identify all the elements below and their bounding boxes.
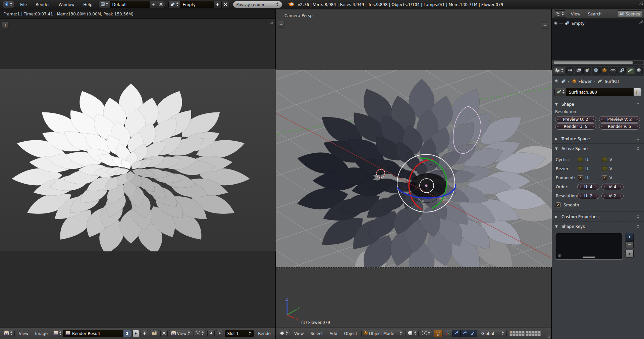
scene-selector[interactable]: Empty — [168, 1, 229, 8]
tab-scene[interactable] — [583, 67, 591, 75]
add-layout-button[interactable] — [149, 1, 157, 8]
editor-type-button-properties[interactable] — [553, 67, 566, 75]
layer-buttons[interactable] — [509, 331, 541, 336]
menu-view-image-editor[interactable]: View — [16, 331, 31, 336]
panel-shape-header[interactable]: ▼Shape — [552, 100, 644, 109]
panel-drag-handle[interactable] — [636, 215, 641, 218]
panel-drag-handle[interactable] — [636, 147, 641, 150]
editor-type-button-info[interactable] — [3, 1, 14, 8]
panel-drag-handle[interactable] — [636, 103, 641, 106]
expand-item-icon[interactable] — [554, 21, 558, 26]
menu-image[interactable]: Image — [32, 331, 50, 336]
resolution-v-field[interactable]: V: 2 — [601, 193, 624, 199]
area-resize-handle[interactable] — [639, 20, 643, 24]
pin-icon[interactable] — [554, 79, 559, 85]
tab-render[interactable] — [566, 67, 574, 75]
manipulator-toggle-button[interactable] — [444, 330, 452, 337]
menu-view-outliner[interactable]: View — [568, 12, 583, 16]
tab-material[interactable] — [635, 67, 643, 75]
rotate-manipulator-button[interactable] — [461, 330, 469, 337]
endpoint-u-checkbox[interactable] — [578, 175, 583, 180]
outliner-item-label[interactable]: Empty — [572, 21, 585, 26]
menu-select[interactable]: Select — [308, 331, 325, 336]
shape-keys-list[interactable]: + — [555, 233, 623, 260]
area-resize-handle[interactable] — [269, 20, 273, 25]
render-v-field[interactable]: Render V: 5 — [599, 123, 640, 130]
area-resize-handle[interactable] — [546, 334, 550, 338]
transform-orientation-select[interactable]: Global — [479, 330, 507, 337]
render-u-field[interactable]: Render U: 5 — [555, 123, 596, 130]
bezier-v-checkbox[interactable] — [602, 166, 607, 171]
add-scene-button[interactable] — [214, 1, 221, 8]
expand-toolshelf-button[interactable]: + — [278, 21, 284, 28]
mode-selector[interactable]: Object Mode — [361, 330, 404, 337]
tab-object[interactable] — [600, 67, 608, 75]
menu-search-outliner[interactable]: Search — [585, 12, 604, 16]
cyclic-v-checkbox[interactable] — [602, 157, 607, 162]
image-datablock-selector[interactable]: Render Result 2 — [52, 330, 131, 337]
shape-key-specials-button[interactable]: ▼ — [626, 250, 634, 258]
editor-type-button-image[interactable] — [2, 330, 15, 337]
resolution-u-field[interactable]: U: 2 — [577, 193, 599, 199]
tab-object-data[interactable] — [626, 67, 634, 75]
order-u-field[interactable]: U: 4 — [577, 184, 599, 190]
slot-number-badge[interactable]: 2 — [123, 330, 131, 337]
pivot-point-dropdown-3d[interactable] — [420, 330, 432, 337]
panel-shape-keys-header[interactable]: ▼Shape Keys — [552, 222, 644, 231]
layer-cell-active[interactable] — [509, 331, 513, 334]
screen-layout-name[interactable]: Default — [110, 1, 149, 8]
preview-u-field[interactable]: Preview U: 2 — [555, 116, 596, 123]
datablock-name-field[interactable]: SurfPatch.880 — [566, 88, 634, 96]
outliner-scrollbar[interactable] — [553, 61, 643, 64]
panel-drag-handle[interactable] — [636, 225, 641, 228]
render-engine-select[interactable]: Povray render — [233, 1, 282, 8]
panel-texture-space-header[interactable]: ▶Texture Space — [552, 134, 644, 143]
tab-world[interactable] — [592, 67, 600, 75]
expand-panel-button[interactable]: + — [2, 21, 9, 28]
menu-view-3d[interactable]: View — [291, 331, 306, 336]
datablock-type-dropdown[interactable] — [555, 88, 566, 96]
expand-properties-region-button[interactable]: + — [542, 22, 548, 29]
proportional-edit-toggle[interactable]: •••↔ — [434, 330, 442, 337]
menu-add[interactable]: Add — [327, 331, 340, 336]
outliner-tree[interactable]: Empty — [552, 19, 644, 60]
panel-active-spline-header[interactable]: ▼Active Spline — [552, 144, 644, 153]
previous-slot-button[interactable] — [207, 330, 215, 337]
list-resize-handle[interactable] — [583, 256, 595, 258]
cyclic-u-checkbox[interactable] — [578, 157, 583, 162]
scene-name[interactable]: Empty — [180, 1, 214, 8]
tab-render-layers[interactable] — [575, 67, 583, 75]
fake-user-toggle[interactable]: F — [634, 88, 641, 96]
editor-type-button-outliner[interactable] — [554, 10, 566, 18]
viewport-shading-dropdown[interactable] — [406, 330, 419, 337]
remove-shape-key-button[interactable]: − — [626, 241, 634, 248]
order-v-field[interactable]: V: 4 — [601, 184, 624, 190]
fake-user-button[interactable]: F — [132, 330, 139, 337]
screen-layout-selector[interactable]: Default — [99, 1, 165, 8]
endpoint-v-checkbox[interactable] — [602, 175, 607, 180]
scrollbar-thumb[interactable] — [553, 61, 633, 64]
tab-constraints[interactable] — [609, 67, 617, 75]
menu-file[interactable]: File — [17, 2, 30, 7]
translate-manipulator-button[interactable] — [452, 330, 461, 337]
editor-type-button-3d[interactable] — [278, 330, 290, 337]
menu-render-truncated[interactable]: Rende — [255, 331, 273, 336]
outliner-item-empty[interactable]: Empty — [552, 19, 644, 28]
add-shape-key-button[interactable]: + — [626, 233, 634, 241]
breadcrumb-data-name[interactable]: SurfPat — [605, 79, 619, 84]
tab-modifiers[interactable] — [618, 67, 626, 75]
slot-selector[interactable]: Slot 1 — [225, 330, 254, 337]
open-image-button[interactable] — [150, 330, 159, 337]
panel-drag-handle[interactable] — [636, 138, 641, 140]
delete-layout-button[interactable] — [157, 1, 165, 8]
pivot-point-dropdown[interactable] — [194, 330, 206, 337]
menu-help[interactable]: Help — [80, 2, 95, 7]
area-resize-handle[interactable] — [639, 1, 643, 5]
new-image-button[interactable] — [141, 330, 148, 337]
scale-manipulator-button[interactable] — [469, 330, 477, 337]
bezier-u-checkbox[interactable] — [578, 166, 583, 171]
preview-v-field[interactable]: Preview V: 2 — [599, 116, 640, 123]
rendered-flower-image[interactable] — [0, 69, 276, 251]
next-slot-button[interactable] — [216, 330, 223, 337]
display-mode-dropdown[interactable]: View — [169, 330, 192, 337]
